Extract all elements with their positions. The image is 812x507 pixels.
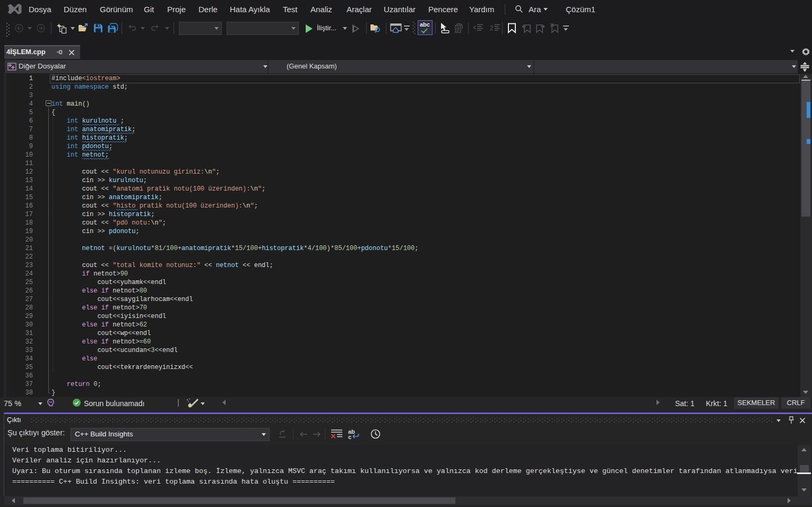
svg-text:c: c: [348, 434, 351, 440]
svg-text:2: 2: [490, 24, 494, 32]
